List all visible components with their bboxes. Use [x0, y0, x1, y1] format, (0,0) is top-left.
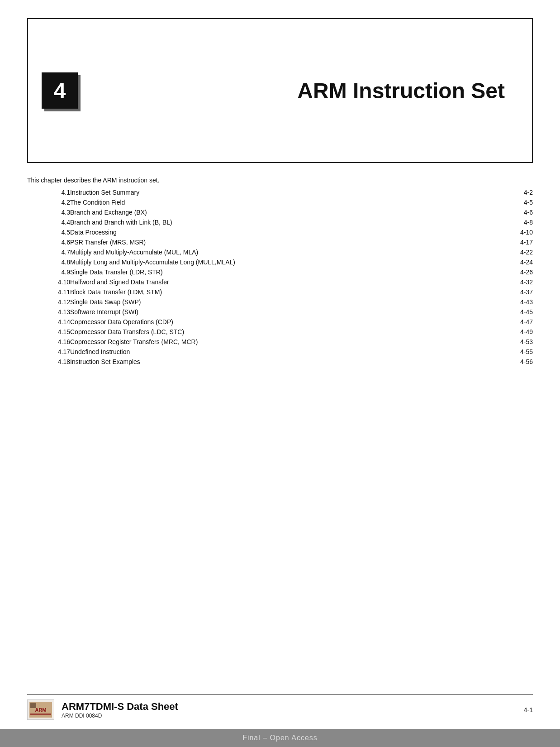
toc-row: 4.14 Coprocessor Data Operations (CDP) 4… — [45, 317, 533, 327]
toc-page-7: 4-24 — [501, 257, 533, 267]
chapter-number-block: 4 — [42, 72, 78, 109]
toc-page-5: 4-17 — [501, 237, 533, 247]
toc-page-10: 4-37 — [501, 287, 533, 297]
toc-intro: This chapter describes the ARM instructi… — [27, 177, 533, 184]
toc-title-14: Coprocessor Data Transfers (LDC, STC) — [70, 327, 501, 337]
toc-row: 4.17 Undefined Instruction 4-55 — [45, 347, 533, 357]
page-wrapper: 4 ARM Instruction Set This chapter descr… — [0, 0, 560, 747]
svg-rect-2 — [30, 713, 51, 715]
toc-row: 4.10 Halfword and Signed Data Transfer 4… — [45, 277, 533, 287]
toc-title-0: Instruction Set Summary — [70, 187, 501, 197]
chapter-header-inner: 4 ARM Instruction Set — [28, 19, 532, 162]
toc-section: This chapter describes the ARM instructi… — [27, 177, 533, 694]
toc-num-10: 4.11 — [45, 287, 70, 297]
toc-page-4: 4-10 — [501, 227, 533, 237]
arm-logo-svg: ARM — [29, 702, 52, 718]
toc-title-11: Single Data Swap (SWP) — [70, 297, 501, 307]
chapter-header: 4 ARM Instruction Set — [27, 18, 533, 163]
toc-num-12: 4.13 — [45, 307, 70, 317]
toc-title-13: Coprocessor Data Operations (CDP) — [70, 317, 501, 327]
toc-row: 4.16 Coprocessor Register Transfers (MRC… — [45, 337, 533, 347]
toc-title-12: Software Interrupt (SWI) — [70, 307, 501, 317]
toc-num-14: 4.15 — [45, 327, 70, 337]
toc-page-17: 4-56 — [501, 357, 533, 367]
chapter-title: ARM Instruction Set — [297, 78, 505, 103]
svg-marker-3 — [30, 703, 36, 708]
toc-row: 4.4 Branch and Branch with Link (B, BL) … — [45, 217, 533, 227]
toc-page-2: 4-6 — [501, 207, 533, 217]
toc-title-17: Instruction Set Examples — [70, 357, 501, 367]
toc-num-8: 4.9 — [45, 267, 70, 277]
toc-num-7: 4.8 — [45, 257, 70, 267]
footer-subtitle: ARM DDI 0084D — [62, 713, 178, 719]
toc-num-2: 4.3 — [45, 207, 70, 217]
toc-num-16: 4.17 — [45, 347, 70, 357]
toc-num-4: 4.5 — [45, 227, 70, 237]
toc-page-14: 4-49 — [501, 327, 533, 337]
toc-title-10: Block Data Transfer (LDM, STM) — [70, 287, 501, 297]
toc-page-0: 4-2 — [501, 187, 533, 197]
toc-title-6: Multiply and Multiply-Accumulate (MUL, M… — [70, 247, 501, 257]
toc-page-1: 4-5 — [501, 197, 533, 207]
arm-logo: ARM — [27, 699, 54, 720]
svg-text:ARM: ARM — [35, 707, 46, 713]
footer-page-number: 4-1 — [524, 706, 533, 713]
toc-num-17: 4.18 — [45, 357, 70, 367]
toc-row: 4.9 Single Data Transfer (LDR, STR) 4-26 — [45, 267, 533, 277]
toc-num-11: 4.12 — [45, 297, 70, 307]
toc-num-1: 4.2 — [45, 197, 70, 207]
toc-title-8: Single Data Transfer (LDR, STR) — [70, 267, 501, 277]
toc-row: 4.2 The Condition Field 4-5 — [45, 197, 533, 207]
toc-page-9: 4-32 — [501, 277, 533, 287]
toc-row: 4.12 Single Data Swap (SWP) 4-43 — [45, 297, 533, 307]
toc-row: 4.3 Branch and Exchange (BX) 4-6 — [45, 207, 533, 217]
page-footer: ARM ARM7TDMI-S Data Sheet ARM DDI 0084D … — [27, 694, 533, 724]
toc-table: 4.1 Instruction Set Summary 4-2 4.2 The … — [45, 187, 533, 367]
toc-title-16: Undefined Instruction — [70, 347, 501, 357]
footer-text-group: ARM7TDMI-S Data Sheet ARM DDI 0084D — [62, 701, 178, 719]
toc-row: 4.5 Data Processing 4-10 — [45, 227, 533, 237]
toc-num-5: 4.6 — [45, 237, 70, 247]
toc-row: 4.11 Block Data Transfer (LDM, STM) 4-37 — [45, 287, 533, 297]
toc-page-3: 4-8 — [501, 217, 533, 227]
bottom-banner: Final – Open Access — [0, 729, 560, 747]
toc-row: 4.7 Multiply and Multiply-Accumulate (MU… — [45, 247, 533, 257]
toc-title-2: Branch and Exchange (BX) — [70, 207, 501, 217]
toc-page-13: 4-47 — [501, 317, 533, 327]
banner-text: Final – Open Access — [242, 734, 318, 742]
toc-title-9: Halfword and Signed Data Transfer — [70, 277, 501, 287]
chapter-number: 4 — [54, 78, 66, 103]
toc-row: 4.18 Instruction Set Examples 4-56 — [45, 357, 533, 367]
toc-row: 4.8 Multiply Long and Multiply-Accumulat… — [45, 257, 533, 267]
toc-num-9: 4.10 — [45, 277, 70, 287]
toc-row: 4.15 Coprocessor Data Transfers (LDC, ST… — [45, 327, 533, 337]
toc-num-6: 4.7 — [45, 247, 70, 257]
toc-title-4: Data Processing — [70, 227, 501, 237]
footer-title: ARM7TDMI-S Data Sheet — [62, 701, 178, 713]
toc-title-5: PSR Transfer (MRS, MSR) — [70, 237, 501, 247]
toc-title-7: Multiply Long and Multiply-Accumulate Lo… — [70, 257, 501, 267]
toc-page-12: 4-45 — [501, 307, 533, 317]
toc-title-3: Branch and Branch with Link (B, BL) — [70, 217, 501, 227]
toc-title-1: The Condition Field — [70, 197, 501, 207]
toc-num-13: 4.14 — [45, 317, 70, 327]
toc-page-6: 4-22 — [501, 247, 533, 257]
toc-title-15: Coprocessor Register Transfers (MRC, MCR… — [70, 337, 501, 347]
toc-page-15: 4-53 — [501, 337, 533, 347]
toc-num-15: 4.16 — [45, 337, 70, 347]
toc-page-8: 4-26 — [501, 267, 533, 277]
toc-row: 4.13 Software Interrupt (SWI) 4-45 — [45, 307, 533, 317]
toc-page-11: 4-43 — [501, 297, 533, 307]
toc-num-3: 4.4 — [45, 217, 70, 227]
toc-page-16: 4-55 — [501, 347, 533, 357]
toc-row: 4.1 Instruction Set Summary 4-2 — [45, 187, 533, 197]
toc-num-0: 4.1 — [45, 187, 70, 197]
toc-row: 4.6 PSR Transfer (MRS, MSR) 4-17 — [45, 237, 533, 247]
